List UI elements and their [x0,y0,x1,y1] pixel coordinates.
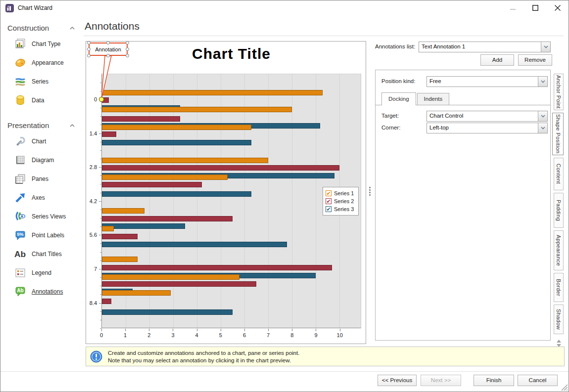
x-axis-tick [316,329,316,331]
sidebar-item-chart-type[interactable]: Chart Type [0,35,83,53]
resize-handle[interactable] [126,41,129,44]
target-combo[interactable]: Chart Control [427,111,548,122]
sidebar-item-series-views[interactable]: Series Views [0,207,83,226]
sidebar-item-appearance[interactable]: Appearance [0,53,83,72]
chevron-down-icon[interactable] [538,111,547,121]
combo-value: Free [429,78,536,84]
legend-label: Series 3 [334,206,354,212]
chart-type-icon [14,38,26,50]
close-button[interactable] [546,0,569,15]
resize-handle[interactable] [87,47,91,51]
x-axis: 012345678910 [101,329,361,341]
tab-indents[interactable]: Indents [417,93,450,105]
x-axis-label: 2 [147,332,150,338]
vtab-anchor-point[interactable]: Anchor Point [554,74,564,110]
chart-legend: ✔ Series 1 ✔ Series 2 ✔ Series 3 [323,187,359,216]
annotation-shape[interactable]: Annotation [89,43,128,56]
resize-handle[interactable] [87,54,91,57]
page-title: Annotations [85,20,140,32]
y-axis-minor-tick [100,91,101,91]
y-axis-minor-tick [100,184,101,184]
tab-docking[interactable]: Docking [381,92,416,105]
next-button[interactable]: Next >> [421,375,461,386]
minimize-button[interactable] [502,0,524,15]
sidebar-item-diagram[interactable]: Diagram [0,151,83,170]
sidebar-item-panes[interactable]: Panes [0,170,83,188]
annotations-list-combo[interactable]: Text Annotation 1 [419,42,551,52]
finish-button[interactable]: Finish [474,375,514,386]
chart-preview[interactable]: Chart Title 012345678910 01.42.84.25.678… [86,41,366,344]
resize-handle[interactable] [87,41,91,44]
vtab-padding[interactable]: Padding [554,193,564,228]
y-axis-minor-tick [100,167,101,168]
legend-checkbox[interactable]: ✔ [326,190,332,196]
scroll-up-icon[interactable] [557,340,561,343]
x-axis-tick [340,329,340,331]
x-axis-label: 4 [195,332,198,338]
series-views-icon [14,211,26,223]
x-axis-label: 5 [219,332,222,338]
resize-handle[interactable] [126,47,129,51]
resize-handle[interactable] [126,54,129,57]
section-label: Presentation [7,121,49,130]
sidebar-item-data[interactable]: Data [0,91,83,110]
chart-bar [102,90,323,95]
vtab-content[interactable]: Content [554,158,564,190]
y-axis-minor-tick [100,235,101,235]
y-axis-minor-tick [100,243,101,244]
remove-button[interactable]: Remove [518,54,552,66]
sidebar-item-axes[interactable]: Axes [0,188,83,207]
info-bar: Create and customize annotations anchore… [86,347,565,366]
window-title: Chart Wizard [18,4,52,11]
resize-grip[interactable] [560,383,568,391]
sidebar-item-label: Annotations [32,288,63,295]
chevron-down-icon[interactable] [541,42,550,52]
y-axis-label: 2.8 [90,164,97,170]
chart-bar [102,216,233,221]
vtab-appearance[interactable]: Appearance [554,230,564,270]
sidebar-item-label: Chart Titles [32,251,62,258]
y-axis-minor-tick [100,175,101,176]
position-kind-combo[interactable]: Free [427,76,548,87]
legend-checkbox[interactable]: ✔ [326,206,332,212]
chevron-down-icon[interactable] [538,123,547,133]
sidebar-item-annotations[interactable]: Ab Annotations [0,282,83,301]
sidebar-item-label: Series [32,78,48,85]
sidebar-item-chart[interactable]: Chart [0,132,83,151]
resize-handle[interactable] [106,54,110,57]
legend-checkbox[interactable]: ✔ [326,198,332,204]
chart-bar [102,290,171,296]
sidebar-item-point-labels[interactable]: 5% Point Labels [0,226,83,245]
section-header-construction[interactable]: Construction [0,21,83,35]
cancel-button[interactable]: Cancel [518,375,558,386]
corner-combo[interactable]: Left-top [427,123,548,133]
svg-text:Ab: Ab [17,288,23,293]
vtab-shadow[interactable]: Shadow [554,305,564,334]
axes-arrow-icon [14,192,26,204]
section-header-presentation[interactable]: Presentation [0,119,83,132]
legend-item: ✔ Series 3 [326,205,356,213]
legend-item: ✔ Series 2 [326,197,356,205]
sidebar-item-label: Panes [32,175,48,182]
svg-text:5%: 5% [17,232,23,237]
resize-handle[interactable] [106,41,110,44]
chart-bar [102,125,251,130]
y-axis-minor-tick [100,328,101,329]
maximize-button[interactable] [524,0,546,15]
y-axis-minor-tick [100,320,101,320]
previous-button[interactable]: << Previous [378,375,417,386]
legend-item: ✔ Series 1 [326,189,356,197]
preview-panel-splitter[interactable] [369,187,371,197]
sidebar-item-chart-titles[interactable]: Ab Chart Titles [0,245,83,263]
sidebar-item-legend[interactable]: Legend [0,263,83,282]
y-axis-minor-tick [100,303,101,304]
sidebar-item-series[interactable]: Series [0,72,83,91]
vtab-border[interactable]: Border [554,273,564,302]
add-button[interactable]: Add [480,54,514,66]
vtab-shape-position[interactable]: Shape Position [552,113,564,155]
property-tab-strip: Anchor Point Shape Position Content Padd… [554,74,567,348]
info-icon [90,350,102,363]
chevron-down-icon[interactable] [538,77,547,87]
x-axis-tick [173,329,173,331]
chart-title: Chart Title [101,45,361,62]
